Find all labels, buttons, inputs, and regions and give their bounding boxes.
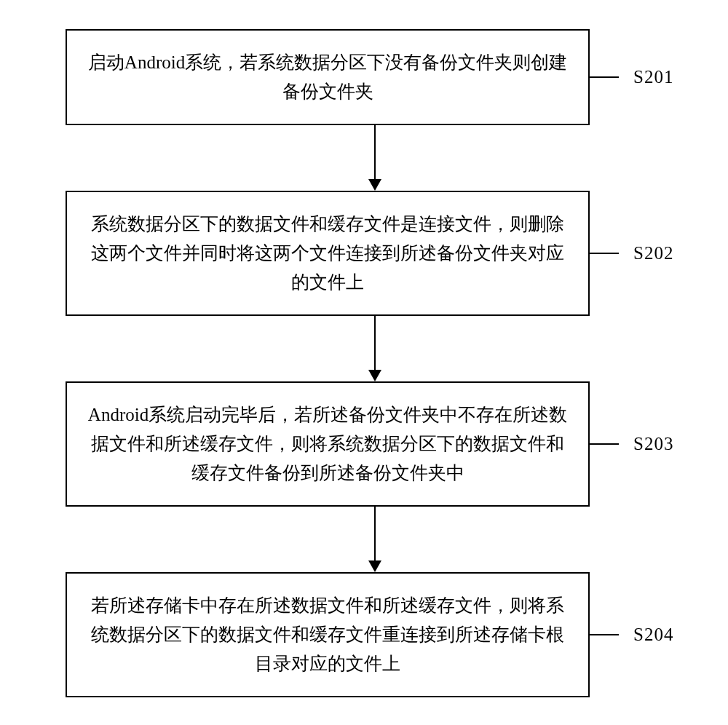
step-row-3: Android系统启动完毕后，若所述备份文件夹中不存在所述数据文件和所述缓存文件…	[44, 381, 684, 507]
step-label-3: S203	[633, 434, 673, 454]
step-box-1: 启动Android系统，若系统数据分区下没有备份文件夹则创建备份文件夹	[66, 29, 590, 125]
step-label-1: S201	[633, 67, 673, 87]
arrow-head-icon	[368, 179, 381, 191]
arrow-1	[113, 125, 637, 191]
arrow-head-icon	[368, 370, 381, 381]
flowchart-container: 启动Android系统，若系统数据分区下没有备份文件夹则创建备份文件夹 S201…	[44, 29, 684, 697]
step-row-1: 启动Android系统，若系统数据分区下没有备份文件夹则创建备份文件夹 S201	[44, 29, 684, 125]
step-label-2: S202	[633, 243, 673, 264]
step-box-4: 若所述存储卡中存在所述数据文件和所述缓存文件，则将系统数据分区下的数据文件和缓存…	[66, 572, 590, 697]
step-box-2: 系统数据分区下的数据文件和缓存文件是连接文件，则删除这两个文件并同时将这两个文件…	[66, 191, 590, 316]
arrow-head-icon	[368, 560, 381, 572]
arrow-line-3	[374, 507, 376, 560]
arrow-line-1	[374, 125, 376, 179]
step-text-3: Android系统启动完毕后，若所述备份文件夹中不存在所述数据文件和所述缓存文件…	[87, 400, 568, 488]
connector-line-4	[590, 634, 619, 635]
arrow-3	[113, 507, 637, 572]
arrow-2	[113, 316, 637, 381]
connector-line-1	[590, 76, 619, 78]
connector-line-3	[590, 443, 619, 445]
step-text-4: 若所述存储卡中存在所述数据文件和所述缓存文件，则将系统数据分区下的数据文件和缓存…	[87, 591, 568, 678]
step-label-4: S204	[633, 625, 673, 645]
step-text-2: 系统数据分区下的数据文件和缓存文件是连接文件，则删除这两个文件并同时将这两个文件…	[87, 210, 568, 297]
step-row-4: 若所述存储卡中存在所述数据文件和所述缓存文件，则将系统数据分区下的数据文件和缓存…	[44, 572, 684, 697]
step-box-3: Android系统启动完毕后，若所述备份文件夹中不存在所述数据文件和所述缓存文件…	[66, 381, 590, 507]
step-row-2: 系统数据分区下的数据文件和缓存文件是连接文件，则删除这两个文件并同时将这两个文件…	[44, 191, 684, 316]
arrow-line-2	[374, 316, 376, 370]
step-text-1: 启动Android系统，若系统数据分区下没有备份文件夹则创建备份文件夹	[87, 48, 568, 106]
connector-line-2	[590, 253, 619, 254]
